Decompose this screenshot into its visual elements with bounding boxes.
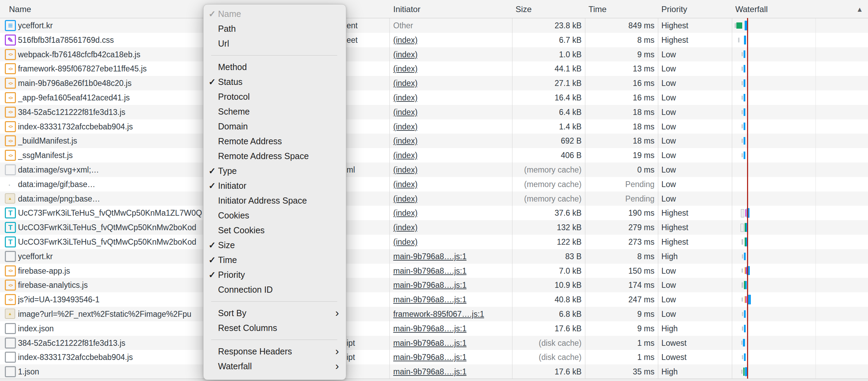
column-header-time[interactable]: Time (588, 4, 606, 14)
menu-item-method[interactable]: Method (204, 60, 346, 75)
request-name[interactable]: firebase-analytics.js (18, 278, 88, 292)
table-row[interactable]: ▪data:image/gif;base…(index)(memory cach… (0, 177, 868, 192)
initiator-link[interactable]: main-9b796a8….js:1 (393, 321, 466, 336)
initiator-link[interactable]: main-9b796a8….js:1 (393, 292, 466, 307)
initiator-link[interactable]: (index) (393, 148, 417, 163)
initiator-link[interactable]: (index) (393, 76, 417, 90)
menu-item-url[interactable]: Url (204, 36, 346, 51)
table-row[interactable]: <>_buildManifest.js(index)692 B18 msLow (0, 134, 868, 148)
request-name[interactable]: 1.json (18, 364, 39, 379)
table-row[interactable]: <>index-83331732afccbebab904.js(index)1.… (0, 119, 868, 134)
initiator-link[interactable]: (index) (393, 90, 417, 105)
menu-item-status[interactable]: ✓Status (204, 75, 346, 89)
initiator-link[interactable]: main-9b796a8….js:1 (393, 278, 466, 292)
menu-item-waterfall[interactable]: Waterfall› (204, 359, 346, 374)
table-row[interactable]: <>firebase-analytics.jsmain-9b796a8….js:… (0, 278, 868, 292)
request-name[interactable]: UcCO3FwrK3iLTeHuS_fvQtMwCp50KnMw2boKod (18, 235, 196, 249)
initiator-link[interactable]: (index) (393, 134, 417, 148)
table-row[interactable]: <>js?id=UA-139493546-1main-9b796a8….js:1… (0, 292, 868, 307)
column-header-priority[interactable]: Priority (661, 4, 687, 14)
request-name[interactable]: data:image/gif;base… (18, 177, 95, 192)
request-name[interactable]: _buildManifest.js (18, 134, 77, 148)
initiator-link[interactable]: (index) (393, 177, 417, 192)
request-name[interactable]: framework-895f067827ebe11ffe45.js (18, 61, 147, 76)
column-header-size[interactable]: Size (516, 4, 532, 14)
request-name[interactable]: firebase-app.js (18, 264, 70, 278)
menu-item-reset-columns[interactable]: Reset Columns (204, 321, 346, 335)
request-name[interactable]: UcCO3FwrK3iLTeHuS_fvQtMwCp50KnMw2boKod (18, 220, 196, 235)
initiator-link[interactable]: main-9b796a8….js:1 (393, 249, 466, 264)
table-row[interactable]: index.jsonmain-9b796a8….js:117.6 kB9 msH… (0, 321, 868, 336)
menu-item-sort-by[interactable]: Sort By› (204, 306, 346, 321)
initiator-link[interactable]: (index) (393, 163, 417, 177)
table-row[interactable]: <>_app-9efa1605eaf412aced41.js(index)16.… (0, 90, 868, 105)
menu-item-path[interactable]: Path (204, 21, 346, 36)
table-row[interactable]: <>_ssgManifest.js(index)406 B19 msLow (0, 148, 868, 163)
table-row[interactable]: yceffort.krmain-9b796a8….js:183 B8 msHig… (0, 249, 868, 264)
table-row[interactable]: TUcC73FwrK3iLTeHuS_fvQtMwCp50KnMa1ZL7W0Q… (0, 206, 868, 220)
initiator-link[interactable]: main-9b796a8….js:1 (393, 364, 466, 379)
table-row[interactable]: ≡yceffort.krentOther23.8 kB849 msHighest (0, 18, 868, 33)
menu-item-initiator-address-space[interactable]: Initiator Address Space (204, 193, 346, 208)
request-name[interactable]: index.json (18, 321, 54, 336)
menu-item-remote-address[interactable]: Remote Address (204, 134, 346, 149)
menu-item-priority[interactable]: ✓Priority (204, 267, 346, 282)
menu-item-response-headers[interactable]: Response Headers› (204, 344, 346, 359)
table-row[interactable]: index-83331732afccbebab904.jsiptmain-9b7… (0, 350, 868, 364)
request-name[interactable]: main-9b796a8e26f1b0e48c20.js (18, 76, 132, 90)
initiator-link[interactable]: (index) (393, 61, 417, 76)
table-row[interactable]: ▲image?url=%2F_next%2Fstatic%2Fimage%2Fp… (0, 307, 868, 321)
request-name[interactable]: index-83331732afccbebab904.js (18, 350, 133, 364)
request-name[interactable]: 384-52a5c121222f81fe3d13.js (18, 336, 125, 350)
table-row[interactable]: ▲data:image/png;base…(index)(memory cach… (0, 192, 868, 206)
table-row[interactable]: <>384-52a5c121222f81fe3d13.js(index)6.4 … (0, 105, 868, 119)
request-name[interactable]: _ssgManifest.js (18, 148, 73, 163)
initiator-link[interactable]: (index) (393, 220, 417, 235)
request-name[interactable]: data:image/svg+xml;… (18, 163, 99, 177)
request-name[interactable]: image?url=%2F_next%2Fstatic%2Fimage%2Fpu (18, 307, 191, 321)
menu-item-cookies[interactable]: Cookies (204, 208, 346, 223)
column-header-name[interactable]: Name (9, 4, 31, 14)
initiator-link[interactable]: framework-895f067….js:1 (393, 307, 484, 321)
request-name[interactable]: yceffort.kr (18, 249, 53, 264)
menu-item-connection-id[interactable]: Connection ID (204, 282, 346, 297)
table-row[interactable]: <>framework-895f067827ebe11ffe45.js(inde… (0, 61, 868, 76)
sort-ascending-icon[interactable]: ▲ (856, 6, 863, 13)
menu-item-remote-address-space[interactable]: Remote Address Space (204, 149, 346, 164)
initiator-link[interactable]: main-9b796a8….js:1 (393, 350, 466, 364)
request-name[interactable]: data:image/png;base… (18, 192, 100, 206)
request-name[interactable]: yceffort.kr (18, 18, 53, 33)
table-row[interactable]: <>webpack-fb76148cfcfb42ca18eb.js(index)… (0, 47, 868, 62)
table-row[interactable]: <>main-9b796a8e26f1b0e48c20.js(index)27.… (0, 76, 868, 90)
menu-item-scheme[interactable]: Scheme (204, 104, 346, 119)
request-name[interactable]: webpack-fb76148cfcfb42ca18eb.js (18, 47, 140, 62)
initiator-link[interactable]: (index) (393, 119, 417, 134)
initiator-link[interactable]: (index) (393, 47, 417, 62)
initiator-link[interactable]: main-9b796a8….js:1 (393, 336, 466, 350)
initiator-link[interactable]: (index) (393, 235, 417, 249)
request-name[interactable]: 384-52a5c121222f81fe3d13.js (18, 105, 125, 119)
column-header-waterfall[interactable]: Waterfall (735, 4, 768, 14)
menu-item-set-cookies[interactable]: Set Cookies (204, 223, 346, 238)
table-row[interactable]: data:image/svg+xml;…ml(index)(memory cac… (0, 163, 868, 177)
table-row[interactable]: <>firebase-app.jsmain-9b796a8….js:17.0 k… (0, 264, 868, 278)
table-row[interactable]: ✎516fbfb3f1a78561769d.csseet(index)6.7 k… (0, 33, 868, 47)
request-name[interactable]: 516fbfb3f1a78561769d.css (18, 33, 114, 47)
request-name[interactable]: _app-9efa1605eaf412aced41.js (18, 90, 130, 105)
column-header-initiator[interactable]: Initiator (393, 4, 421, 14)
menu-item-size[interactable]: ✓Size (204, 238, 346, 253)
table-row[interactable]: 384-52a5c121222f81fe3d13.jsiptmain-9b796… (0, 336, 868, 350)
menu-item-initiator[interactable]: ✓Initiator (204, 178, 346, 193)
table-row[interactable]: TUcCO3FwrK3iLTeHuS_fvQtMwCp50KnMw2boKod(… (0, 235, 868, 249)
menu-item-type[interactable]: ✓Type (204, 164, 346, 178)
request-name[interactable]: UcC73FwrK3iLTeHuS_fvQtMwCp50KnMa1ZL7W0Q (18, 206, 202, 220)
initiator-link[interactable]: (index) (393, 33, 417, 47)
menu-item-time[interactable]: ✓Time (204, 253, 346, 267)
table-row[interactable]: 1.jsonmain-9b796a8….js:117.6 kB35 msHigh (0, 364, 868, 379)
request-name[interactable]: index-83331732afccbebab904.js (18, 119, 133, 134)
menu-item-protocol[interactable]: Protocol (204, 89, 346, 104)
initiator-link[interactable]: (index) (393, 206, 417, 220)
initiator-link[interactable]: main-9b796a8….js:1 (393, 264, 466, 278)
request-name[interactable]: js?id=UA-139493546-1 (18, 292, 100, 307)
menu-item-domain[interactable]: Domain (204, 119, 346, 134)
